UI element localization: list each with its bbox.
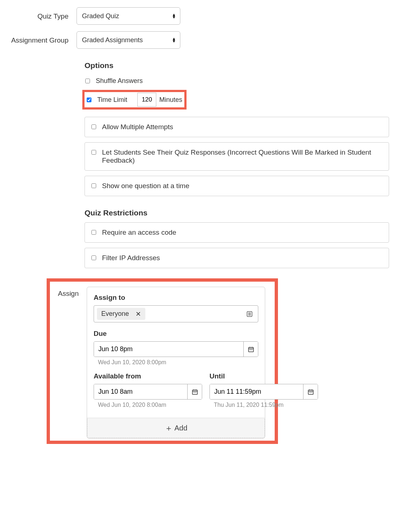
quiz-type-select[interactable]: Graded Quiz (77, 7, 180, 25)
add-label: Add (174, 424, 188, 432)
until-input-wrap (209, 384, 318, 400)
plus-icon: ＋ (165, 424, 173, 433)
time-limit-input[interactable] (137, 93, 156, 107)
assignee-chip: Everyone ✕ (97, 308, 145, 320)
assignment-group-select[interactable]: Graded Assignments (77, 31, 180, 49)
due-label: Due (94, 330, 258, 338)
let-students-see-checkbox[interactable] (91, 150, 96, 155)
until-calendar-button[interactable] (303, 384, 318, 399)
access-code-checkbox[interactable] (91, 230, 96, 235)
due-input-wrap (94, 341, 258, 357)
shuffle-answers-checkbox[interactable] (85, 79, 90, 83)
calendar-icon (248, 346, 254, 353)
due-calendar-button[interactable] (243, 342, 258, 357)
assign-box: Assign to Everyone ✕ Due (87, 287, 265, 438)
from-input[interactable] (94, 384, 187, 399)
until-label: Until (209, 372, 318, 380)
filter-ip-label: Filter IP Addresses (102, 254, 160, 262)
allow-multiple-label: Allow Multiple Attempts (102, 123, 173, 131)
let-students-see-label: Let Students See Their Quiz Responses (I… (102, 148, 383, 164)
time-limit-label: Time Limit (97, 96, 127, 104)
list-icon[interactable] (246, 311, 253, 317)
assign-highlight: Assign Assign to Everyone ✕ Due (47, 278, 278, 444)
time-limit-checkbox[interactable] (87, 98, 91, 102)
assignee-chip-text: Everyone (101, 310, 129, 318)
due-hint: Wed Jun 10, 2020 8:00pm (98, 359, 258, 366)
allow-multiple-checkbox[interactable] (91, 124, 96, 129)
add-override-button[interactable]: ＋Add (87, 418, 265, 438)
let-students-see-row: Let Students See Their Quiz Responses (I… (85, 142, 389, 171)
assign-to-label: Assign to (94, 294, 258, 302)
assign-to-field[interactable]: Everyone ✕ (94, 305, 258, 322)
assignment-group-row: Assignment Group Graded Assignments ▲▼ (11, 31, 389, 49)
access-code-label: Require an access code (102, 229, 176, 237)
one-question-label: Show one question at a time (102, 182, 189, 190)
shuffle-answers-row: Shuffle Answers (85, 74, 389, 88)
quiz-type-label: Quiz Type (11, 7, 77, 20)
options-heading: Options (85, 61, 389, 70)
shuffle-answers-label: Shuffle Answers (96, 77, 143, 85)
calendar-icon (192, 389, 198, 395)
filter-ip-row: Filter IP Addresses (85, 248, 389, 268)
quiz-type-row: Quiz Type Graded Quiz ▲▼ (11, 7, 389, 25)
from-hint: Wed Jun 10, 2020 8:00am (98, 402, 202, 408)
due-input[interactable] (94, 342, 243, 357)
time-limit-unit: Minutes (159, 96, 182, 104)
one-question-checkbox[interactable] (91, 183, 96, 188)
filter-ip-checkbox[interactable] (91, 255, 96, 260)
allow-multiple-row: Allow Multiple Attempts (85, 117, 389, 137)
available-from-label: Available from (94, 372, 202, 380)
one-question-row: Show one question at a time (85, 176, 389, 196)
access-code-row: Require an access code (85, 222, 389, 243)
from-input-wrap (94, 384, 202, 400)
until-input[interactable] (210, 384, 303, 399)
calendar-icon (307, 389, 314, 395)
restrictions-heading: Quiz Restrictions (85, 209, 389, 217)
time-limit-highlight: Time Limit Minutes (82, 90, 187, 110)
remove-chip-icon[interactable]: ✕ (136, 311, 141, 317)
assign-label: Assign (52, 287, 87, 438)
assignment-group-label: Assignment Group (11, 31, 77, 44)
from-calendar-button[interactable] (187, 384, 202, 399)
until-hint: Thu Jun 11, 2020 11:59pm (214, 402, 318, 408)
